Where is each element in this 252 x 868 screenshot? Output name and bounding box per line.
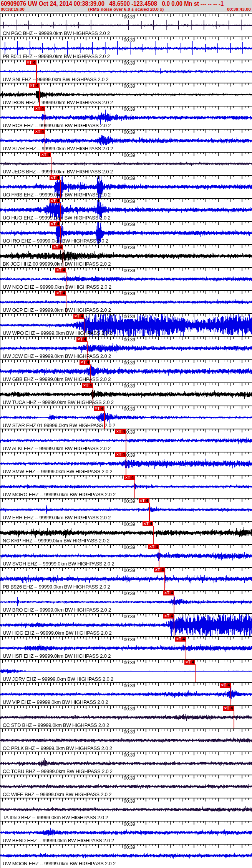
seismogram-viewer: 60909076 UW Oct 24, 2014 00:38:39.00 48.… <box>0 0 252 868</box>
pick-number: 4 <box>41 106 44 111</box>
trace-block: 00:39 ×T4 UW SNI EHZ -- 99999.0km BW HIG… <box>0 60 252 83</box>
time-tick-label: 00:39 <box>123 799 136 803</box>
station-label: UW BRO EHZ -- 99999.0km BW HIGHPASS 2.0 … <box>3 607 111 613</box>
trace-block: 00:39 PB B011 EHZ -- 99999.0km BW HIGHPA… <box>0 37 252 60</box>
pick-flag[interactable]: ×T4 <box>34 106 45 111</box>
time-tick-label: 00:39 <box>123 199 136 204</box>
pick-flag[interactable]: ×T4 <box>143 521 153 526</box>
trace-block: 00:39 ×T4 UO FRIS EHZ -- 99999.0km BW HI… <box>0 175 252 198</box>
pick-line <box>134 480 135 498</box>
pick-line <box>164 572 165 590</box>
pick-flag[interactable]: ×T4 <box>220 683 231 688</box>
pick-flag[interactable]: ×T4 <box>148 544 159 549</box>
pick-flag[interactable]: ×T4 <box>73 314 84 319</box>
time-tick-label: 00:39 <box>123 84 136 88</box>
pick-number: 4 <box>84 337 86 341</box>
pick-flag[interactable]: ×T4 <box>94 406 104 411</box>
time-tick-label: 00:39 <box>123 707 136 711</box>
pick-flag[interactable]: ×T4 <box>50 221 60 226</box>
pick-number: 4 <box>227 683 230 687</box>
station-label: UW VIP EHZ -- 99999.0km BW HIGHPASS 2.0 … <box>3 700 108 705</box>
pick-line <box>149 503 150 521</box>
time-tick-label: 00:39 <box>123 130 136 135</box>
time-tick-label: 00:39 <box>123 522 136 527</box>
pick-number: 4 <box>192 660 194 664</box>
window-end-time: 00:39:43.00 <box>227 7 251 12</box>
time-tick-label: 00:39 <box>123 545 136 550</box>
trace-block: 00:39 ×T4 UO HUO EHZ -- 99999.0km BW HIG… <box>0 198 252 221</box>
station-label: UW GBB EHZ -- 99999.0km BW HIGHPASS 2.0 … <box>3 377 111 382</box>
pick-line <box>174 595 174 613</box>
station-label: UW ERH EHZ -- 99999.0km BW HIGHPASS 2.0 … <box>3 515 111 520</box>
pick-number: 4 <box>101 406 103 411</box>
time-tick-label: 00:39 <box>123 15 136 19</box>
pick-phase: ×T <box>221 683 226 687</box>
pick-number: 4 <box>81 314 83 318</box>
time-tick-label: 00:39 <box>123 730 136 734</box>
pick-flag[interactable]: ×T4 <box>26 60 36 65</box>
trace-block: 00:39 ×T4 UW STAR EHZ 01 99999.0km BW HI… <box>0 406 252 429</box>
time-tick-label: 00:39 <box>123 637 136 642</box>
pick-phase: ×T <box>53 244 58 249</box>
trace-block: 00:39 ×T4 UW JEDS BHZ -- 99999.0km BW HI… <box>0 152 252 175</box>
station-label: CC PRLK BHZ -- 99999.0km BW HIGHPASS 2.0… <box>3 746 112 751</box>
pick-phase: ×T <box>164 590 169 595</box>
pick-number: 4 <box>123 452 125 457</box>
station-label: UW MORO EHZ -- 99999.0km BW HIGHPASS 2.0… <box>3 492 116 497</box>
pick-flag[interactable]: ×T4 <box>52 244 63 249</box>
station-label: NC KRP HHZ -- 99999.0km BW HIGHPASS 2.0 … <box>3 538 109 544</box>
pick-phase: ×T <box>27 60 32 65</box>
pick-phase: ×T <box>224 706 229 710</box>
trace-block: 00:39 ×T4 UW TUCA HHZ -- 99999.0km BW HI… <box>0 382 252 406</box>
pick-flag[interactable]: ×T4 <box>115 452 126 457</box>
pick-flag[interactable]: ×T4 <box>76 337 87 342</box>
trace-block: 00:39 ×T4 UW MORO EHZ -- 99999.0km BW HI… <box>0 475 252 498</box>
pick-flag[interactable]: ×T4 <box>139 498 149 503</box>
header: 60909076 UW Oct 24, 2014 00:38:39.00 48.… <box>0 0 252 12</box>
pick-number: 4 <box>156 544 158 549</box>
station-label: BK JCC HHZ 00 99999.0km BW HIGHPASS 2.0 … <box>3 261 111 267</box>
pick-flag[interactable]: ×T4 <box>40 152 51 157</box>
trace-block: 00:39 ×T4 UW NCO EHZ -- 99999.0km BW HIG… <box>0 267 252 290</box>
pick-flag[interactable]: ×T4 <box>223 706 234 711</box>
time-tick-label: 00:39 <box>123 291 136 296</box>
pick-flag[interactable]: ×T4 <box>55 268 66 273</box>
pick-line <box>126 434 126 452</box>
station-label: CN PGC BHZ -- 99999.0km BW HIGHPASS 2.0 … <box>3 31 110 36</box>
pick-number: 4 <box>57 175 59 180</box>
trace-block: 00:39 UW BEND EHZ -- 99999.0km BW HIGHPA… <box>0 821 252 844</box>
station-label: TA I05D BHZ -- 99999.0km BW HIGHPASS 2.0… <box>3 815 108 820</box>
pick-flag[interactable]: ×T4 <box>80 360 90 365</box>
trace-block: 00:39 ×T4 UO IRO EHZ -- 99999.0km BW HIG… <box>0 221 252 244</box>
station-label: CC STD BHZ -- 99999.0km BW HIGHPASS 2.0 … <box>3 723 109 728</box>
pick-flag[interactable]: ×T4 <box>175 637 186 642</box>
time-tick-label: 00:39 <box>123 361 136 365</box>
pick-flag[interactable]: ×T4 <box>115 429 126 434</box>
pick-phase: ×T <box>176 637 181 641</box>
pick-number: 4 <box>48 152 50 157</box>
trace-block: 00:39 ×T4 UW ALKI EHZ -- 99999.0km BW HI… <box>0 429 252 452</box>
station-label: UW TUCA HHZ -- 99999.0km BW HIGHPASS 2.0… <box>3 400 114 405</box>
pick-flag[interactable]: ×T4 <box>154 567 165 572</box>
pick-flag[interactable]: ×T4 <box>184 660 195 665</box>
pick-number: 4 <box>150 521 152 526</box>
pick-flag[interactable]: ×T4 <box>50 175 60 180</box>
scale-note: (RMS noise over 6.0 s scaled 20.0 x) <box>0 7 252 12</box>
pick-flag[interactable]: ×T4 <box>82 383 93 388</box>
pick-flag[interactable]: ×T4 <box>55 291 66 296</box>
trace-block: 00:39 ×T4 CC STD BHZ -- 99999.0km BW HIG… <box>0 705 252 728</box>
pick-phase: ×T <box>51 198 56 203</box>
time-tick-label: 00:39 <box>123 660 136 665</box>
station-label: CC TCBU BHZ -- 99999.0km BW HIGHPASS 2.0… <box>3 769 113 774</box>
pick-flag[interactable]: ×T4 <box>50 198 60 203</box>
pick-number: 4 <box>146 498 148 503</box>
station-label: UW SNI EHZ -- 99999.0km BW HIGHPASS 2.0 … <box>3 77 108 82</box>
station-label: UW STAR EHZ 01 99999.0km BW HIGHPASS 2.0… <box>3 423 115 428</box>
trace-block: 00:39 ×T4 UW SVOH EHZ -- 99999.0km BW HI… <box>0 544 252 567</box>
pick-flag[interactable]: ×T4 <box>163 614 174 619</box>
time-tick-label: 00:39 <box>123 499 136 504</box>
pick-flag[interactable]: ×T4 <box>163 590 174 595</box>
pick-flag[interactable]: ×T4 <box>34 129 45 134</box>
pick-flag[interactable]: ×T4 <box>124 475 135 480</box>
pick-flag[interactable]: ×T4 <box>29 83 40 88</box>
